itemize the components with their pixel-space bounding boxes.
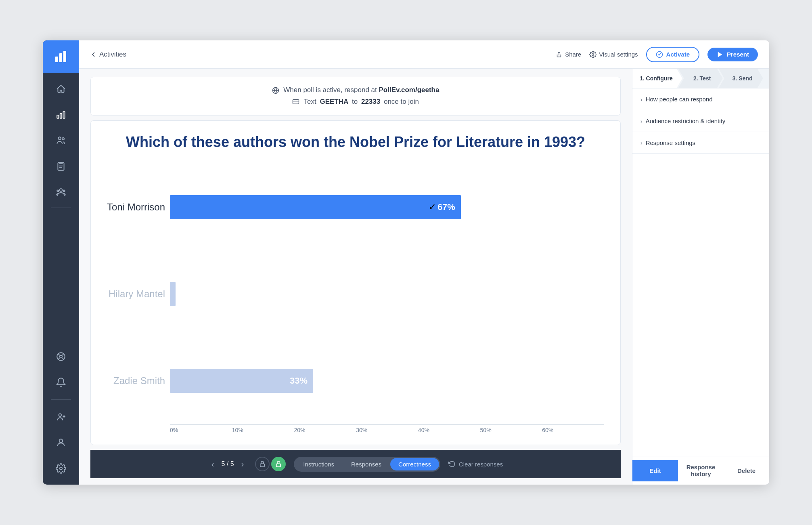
config-tab-3[interactable]: 3. Send bbox=[719, 69, 763, 88]
lock-open-icon[interactable] bbox=[271, 457, 286, 471]
poll-card: Which of these authors won the Nobel Pri… bbox=[90, 120, 621, 445]
svg-point-19 bbox=[59, 439, 63, 443]
response-history-button[interactable]: Response history bbox=[678, 456, 724, 485]
accordion-label-1: Audience restriction & identity bbox=[646, 118, 726, 124]
join-text-2: Text bbox=[304, 98, 316, 105]
config-tab-2[interactable]: 2. Test bbox=[678, 69, 723, 88]
x-tick-1: 10% bbox=[232, 427, 294, 433]
svg-point-22 bbox=[592, 53, 594, 55]
chevron-icon-0: › bbox=[640, 96, 642, 103]
visual-settings-button[interactable]: Visual settings bbox=[589, 51, 638, 58]
svg-rect-27 bbox=[293, 100, 299, 104]
chevron-icon-1: › bbox=[640, 118, 642, 124]
chart-x-ticks: 0% 10% 20% 30% 40% 50% 60% bbox=[170, 427, 604, 433]
svg-rect-29 bbox=[260, 464, 265, 467]
svg-point-11 bbox=[60, 189, 63, 191]
join-url: PollEv.com/geetha bbox=[379, 86, 439, 94]
chart-bar-label-0: 67% bbox=[437, 202, 455, 212]
right-panel: 1. Configure 2. Test 3. Send › How peopl… bbox=[632, 69, 769, 485]
chart-row-0: ✓ 67% bbox=[170, 191, 604, 223]
edit-button[interactable]: Edit bbox=[632, 460, 678, 481]
svg-point-7 bbox=[62, 138, 64, 140]
main-area: Activities Share Visual bbox=[79, 40, 769, 485]
tab-correctness[interactable]: Correctness bbox=[390, 458, 439, 470]
sidebar-item-people[interactable] bbox=[43, 128, 79, 153]
join-text-4: once to join bbox=[384, 98, 419, 105]
chart-label-zadie: Zadie Smith bbox=[107, 365, 165, 397]
back-label: Activities bbox=[99, 50, 126, 59]
activate-label: Activate bbox=[666, 51, 690, 58]
next-page-button[interactable]: › bbox=[238, 458, 247, 470]
x-tick-4: 40% bbox=[418, 427, 480, 433]
accordion-item-2: › Response settings bbox=[632, 132, 769, 154]
sidebar-divider bbox=[51, 208, 71, 208]
config-tab-1[interactable]: 1. Configure bbox=[632, 69, 682, 88]
chevron-icon-2: › bbox=[640, 140, 642, 146]
bottom-tabs: Instructions Responses Correctness bbox=[294, 457, 440, 472]
sidebar-item-clipboard[interactable] bbox=[43, 154, 79, 178]
clear-responses-label: Clear responses bbox=[459, 461, 503, 468]
sidebar-logo[interactable] bbox=[43, 40, 79, 73]
chart-row-1 bbox=[170, 278, 604, 310]
join-text-3: to bbox=[352, 98, 358, 105]
check-icon-0: ✓ bbox=[429, 202, 436, 212]
svg-point-20 bbox=[60, 467, 63, 470]
join-number: 22333 bbox=[361, 98, 380, 105]
svg-rect-0 bbox=[55, 57, 58, 62]
x-tick-5: 50% bbox=[480, 427, 542, 433]
chart-label-hilary: Hilary Mantel bbox=[107, 278, 165, 310]
chart-bar-0: ✓ 67% bbox=[170, 195, 461, 219]
chart-label-toni: Toni Morrison bbox=[107, 191, 165, 223]
present-button[interactable]: Present bbox=[707, 48, 758, 61]
sidebar-item-analytics[interactable] bbox=[43, 103, 79, 127]
back-button[interactable]: Activities bbox=[90, 50, 126, 59]
delete-button[interactable]: Delete bbox=[724, 460, 769, 481]
accordion-header-1[interactable]: › Audience restriction & identity bbox=[632, 110, 769, 132]
chart-row-2: 33% bbox=[170, 365, 604, 397]
sidebar-item-bell[interactable] bbox=[43, 370, 79, 395]
right-panel-footer: Edit Response history Delete bbox=[632, 456, 769, 485]
accordion-item-1: › Audience restriction & identity bbox=[632, 110, 769, 132]
svg-rect-2 bbox=[63, 51, 66, 62]
join-line-1: When poll is active, respond at PollEv.c… bbox=[98, 84, 613, 96]
sidebar-nav bbox=[43, 73, 79, 204]
sidebar-item-person[interactable] bbox=[43, 430, 79, 455]
x-tick-0: 0% bbox=[170, 427, 232, 433]
svg-point-6 bbox=[59, 137, 61, 140]
svg-rect-30 bbox=[276, 464, 281, 467]
sidebar-item-support[interactable] bbox=[43, 344, 79, 369]
tab-responses[interactable]: Responses bbox=[343, 458, 389, 470]
sidebar bbox=[43, 40, 79, 485]
accordion-label-0: How people can respond bbox=[646, 96, 713, 103]
chart-bar-label-2: 33% bbox=[290, 376, 308, 386]
join-code: GEETHA bbox=[320, 98, 348, 105]
svg-point-15 bbox=[60, 355, 63, 358]
top-bar-actions: Share Visual settings Activate bbox=[555, 47, 758, 62]
sidebar-item-user-plus[interactable] bbox=[43, 405, 79, 429]
sidebar-item-home[interactable] bbox=[43, 77, 79, 101]
svg-rect-5 bbox=[63, 111, 65, 118]
prev-page-button[interactable]: ‹ bbox=[208, 458, 218, 470]
sidebar-bottom bbox=[43, 344, 79, 485]
accordion-header-2[interactable]: › Response settings bbox=[632, 132, 769, 153]
share-label: Share bbox=[565, 51, 581, 58]
svg-point-16 bbox=[59, 414, 62, 416]
chart-area: ✓ 67% bbox=[170, 164, 604, 437]
config-tabs: 1. Configure 2. Test 3. Send bbox=[632, 69, 769, 88]
chart-bar-1 bbox=[170, 282, 176, 306]
share-button[interactable]: Share bbox=[555, 51, 581, 58]
sidebar-item-team[interactable] bbox=[43, 180, 79, 204]
svg-rect-3 bbox=[57, 115, 59, 118]
accordion-header-0[interactable]: › How people can respond bbox=[632, 88, 769, 110]
sidebar-item-settings[interactable] bbox=[43, 456, 79, 481]
tab-instructions[interactable]: Instructions bbox=[295, 458, 342, 470]
activate-button[interactable]: Activate bbox=[646, 47, 699, 62]
svg-marker-24 bbox=[718, 52, 722, 57]
lock-closed-icon[interactable] bbox=[255, 457, 270, 471]
poll-preview: When poll is active, respond at PollEv.c… bbox=[79, 69, 632, 485]
svg-point-13 bbox=[57, 190, 59, 192]
svg-point-12 bbox=[63, 190, 65, 192]
chart-x-axis: 0% 10% 20% 30% 40% 50% 60% bbox=[170, 424, 604, 437]
clear-responses-button[interactable]: Clear responses bbox=[448, 460, 503, 468]
content-area: When poll is active, respond at PollEv.c… bbox=[79, 69, 769, 485]
